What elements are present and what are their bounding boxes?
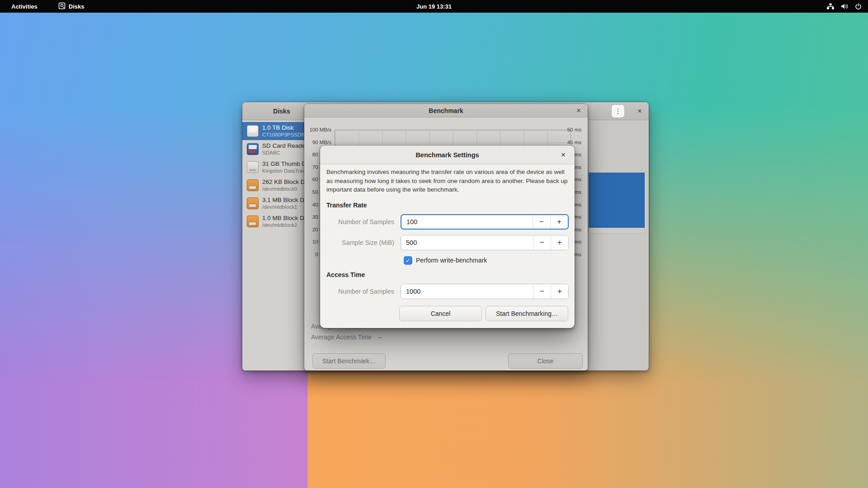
access-time-heading: Access Time [326,271,365,278]
device-title: 1.0 TB Disk [262,124,304,131]
power-icon [855,3,862,10]
benchmark-settings-dialog: Benchmark Settings × Benchmarking involv… [320,145,575,328]
cancel-button[interactable]: Cancel [399,306,482,321]
access-samples-value[interactable]: 1000 [401,284,533,299]
block-device-icon [247,179,259,191]
block-device-icon [247,197,259,209]
transfer-samples-label: Number of Samples [320,214,394,230]
axis-tick-label: 90 MB/s [304,140,331,145]
sample-size-spinbutton[interactable]: 500 − + [401,235,569,250]
average-access-time-value: – [378,333,382,341]
activities-button[interactable]: Activities [8,2,41,11]
benchmark-headerbar[interactable]: Benchmark × [304,104,588,117]
settings-description: Benchmarking involves measuring the tran… [326,168,568,194]
disks-close-button[interactable]: × [634,102,645,120]
access-samples-spinbutton[interactable]: 1000 − + [401,284,569,299]
top-bar: Activities Disks Jun 19 13:31 [0,0,868,13]
minus-icon[interactable]: − [533,284,551,299]
network-wired-icon [826,3,835,9]
clock[interactable]: Jun 19 13:31 [0,3,868,10]
device-subtitle: /dev/mtdblock1 [262,204,311,210]
usb-drive-icon [247,161,259,173]
transfer-samples-value[interactable]: 100 [401,215,533,229]
device-title: SD Card Reader [262,142,307,150]
volume-icon [841,3,849,9]
device-subtitle: Kingston DataTrav [262,168,310,174]
disks-app-icon [58,2,66,11]
benchmark-close-icon[interactable]: × [573,104,584,117]
benchmark-close-button[interactable]: Close [508,353,583,369]
sample-size-label: Sample Size (MiB) [320,235,394,250]
device-title: 3.1 MB Block Dev [262,197,311,204]
plus-icon[interactable]: + [551,284,568,299]
hard-drive-icon [247,125,259,137]
plus-icon[interactable]: + [550,215,568,229]
minus-icon[interactable]: − [533,215,550,229]
start-benchmark-button[interactable]: Start Benchmark… [312,353,386,369]
desktop: Activities Disks Jun 19 13:31 [0,0,868,488]
settings-headerbar[interactable]: Benchmark Settings × [320,145,575,164]
write-benchmark-checkbox[interactable]: ✓ [404,256,412,265]
benchmark-dialog-title: Benchmark [304,104,588,117]
minus-icon[interactable]: − [533,235,551,250]
device-subtitle: SDABC [262,150,307,156]
axis-tick-label: 45 ms [554,140,581,145]
block-device-icon [247,216,259,227]
sd-card-icon [247,143,259,155]
volume-segment-footer [589,228,645,234]
axis-tick-label: 100 MB/s [304,127,331,132]
focused-app-name: Disks [69,3,85,10]
transfer-samples-spinbutton[interactable]: 100 − + [401,214,569,230]
settings-close-icon[interactable]: × [557,145,569,164]
transfer-rate-heading: Transfer Rate [326,202,367,209]
settings-dialog-title: Benchmark Settings [320,145,575,164]
device-subtitle: /dev/mtdblock2 [262,222,311,228]
axis-tick-label: 50 ms [554,127,581,132]
device-title: 31 GB Thumb Dri [262,160,310,168]
plus-icon[interactable]: + [551,235,568,250]
device-title: 1.0 MB Block Dev [262,215,311,222]
focused-app-indicator[interactable]: Disks [58,2,85,11]
disks-menu-button[interactable]: ⋮ [611,104,625,118]
average-access-time-label: Average Access Time [311,333,372,341]
sample-size-value[interactable]: 500 [401,235,533,250]
device-subtitle: CT1000P3PSSD8 [262,131,304,138]
volume-segment[interactable] [589,173,645,228]
write-benchmark-label[interactable]: Perform write-benchmark [416,256,487,265]
access-samples-label: Number of Samples [320,284,394,299]
system-tray[interactable] [826,0,862,13]
start-benchmarking-button[interactable]: Start Benchmarking… [486,306,568,321]
